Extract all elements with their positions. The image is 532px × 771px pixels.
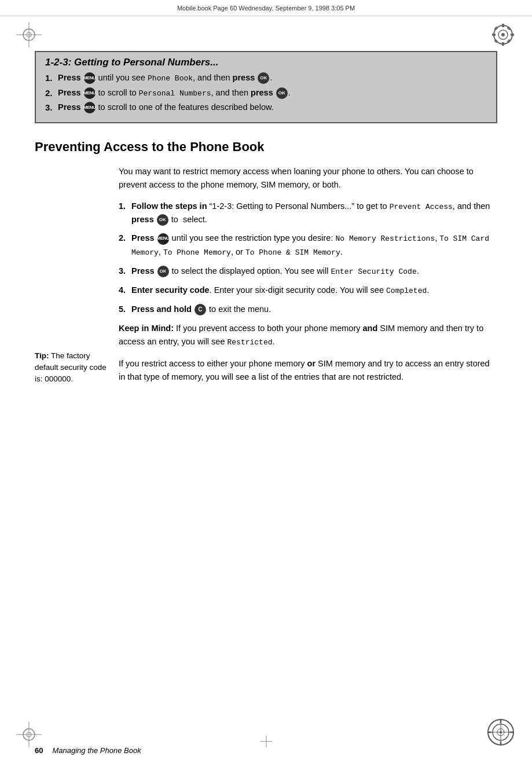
inner-step-4: 4. Enter security code. Enter your six-d…	[119, 284, 497, 297]
section-heading: Preventing Access to the Phone Book	[35, 139, 497, 155]
footer: 60 Managing the Phone Book	[35, 746, 497, 755]
inner-step-5-text: Press and hold C to exit the menu.	[131, 303, 497, 315]
step-2-text: Press MENU to scroll to Personal Numbers…	[58, 87, 487, 100]
steps-box: 1-2-3: Getting to Personal Numbers... 1.…	[35, 51, 497, 123]
inner-step-3: 3. Press OK to select the displayed opti…	[119, 265, 497, 278]
step-row-3: 3. Press MENU to scroll to one of the fe…	[45, 101, 487, 115]
inner-step-4-num: 4.	[119, 284, 131, 296]
menu-button-icon-3: MENU	[84, 102, 96, 113]
step-1-text: Press MENU until you see Phone Book, and…	[58, 72, 487, 85]
tip-block: Tip: The factory default security code i…	[35, 350, 113, 386]
page: Mobile.book Page 60 Wednesday, September…	[0, 0, 532, 771]
steps-box-title: 1-2-3: Getting to Personal Numbers...	[45, 57, 487, 68]
menu-button-icon: MENU	[84, 72, 96, 84]
step-3-num: 3.	[45, 101, 58, 115]
two-col-layout: Tip: The factory default security code i…	[35, 165, 497, 392]
main-content: 1-2-3: Getting to Personal Numbers... 1.…	[35, 16, 497, 736]
step-row-2: 2. Press MENU to scroll to Personal Numb…	[45, 87, 487, 100]
step-3-text: Press MENU to scroll to one of the featu…	[58, 101, 487, 114]
footer-page-num: 60	[35, 746, 43, 755]
steps-box-title-text: 1-2-3: Getting to Personal Numbers...	[45, 57, 218, 68]
svg-point-6	[501, 33, 505, 36]
header-bar: Mobile.book Page 60 Wednesday, September…	[0, 0, 532, 16]
step-1-num: 1.	[45, 72, 58, 85]
svg-rect-10	[511, 34, 514, 36]
c-btn-inner-5: C	[195, 304, 206, 315]
menu-btn-inner-2: MENU	[157, 233, 169, 245]
keep-in-mind-1: Keep in Mind: If you prevent access to b…	[119, 322, 497, 349]
ok-button-inner-1: OK	[157, 214, 168, 226]
inner-step-2: 2. Press MENU until you see the restrict…	[119, 232, 497, 258]
ok-btn-inner-3: OK	[157, 266, 169, 277]
svg-rect-7	[502, 24, 504, 27]
footer-text: Managing the Phone Book	[52, 746, 141, 755]
inner-step-5-num: 5.	[119, 303, 131, 315]
inner-step-4-text: Enter security code. Enter your six-digi…	[131, 284, 497, 297]
intro-text: You may want to restrict memory access w…	[119, 165, 497, 192]
ok-button-icon: OK	[258, 72, 269, 84]
inner-step-1: 1. Follow the steps in “1-2-3: Getting t…	[119, 200, 497, 226]
tip-label: Tip:	[35, 351, 49, 360]
right-col: You may want to restrict memory access w…	[119, 165, 497, 392]
inner-step-1-num: 1.	[119, 200, 131, 212]
inner-step-1-text: Follow the steps in “1-2-3: Getting to P…	[131, 200, 497, 226]
inner-step-3-num: 3.	[119, 265, 131, 277]
inner-step-2-num: 2.	[119, 232, 131, 244]
inner-step-2-text: Press MENU until you see the restriction…	[131, 232, 497, 258]
svg-rect-8	[502, 42, 504, 46]
inner-step-3-text: Press OK to select the displayed option.…	[131, 265, 497, 278]
inner-step-5: 5. Press and hold C to exit the menu.	[119, 303, 497, 315]
ok-button-icon-2: OK	[276, 87, 288, 99]
left-col: Tip: The factory default security code i…	[35, 165, 119, 392]
step-row-1: 1. Press MENU until you see Phone Book, …	[45, 72, 487, 85]
header-text: Mobile.book Page 60 Wednesday, September…	[177, 5, 355, 12]
step-2-num: 2.	[45, 87, 58, 100]
menu-button-icon-2: MENU	[84, 87, 96, 99]
keep-in-mind-2: If you restrict access to either your ph…	[119, 357, 497, 384]
